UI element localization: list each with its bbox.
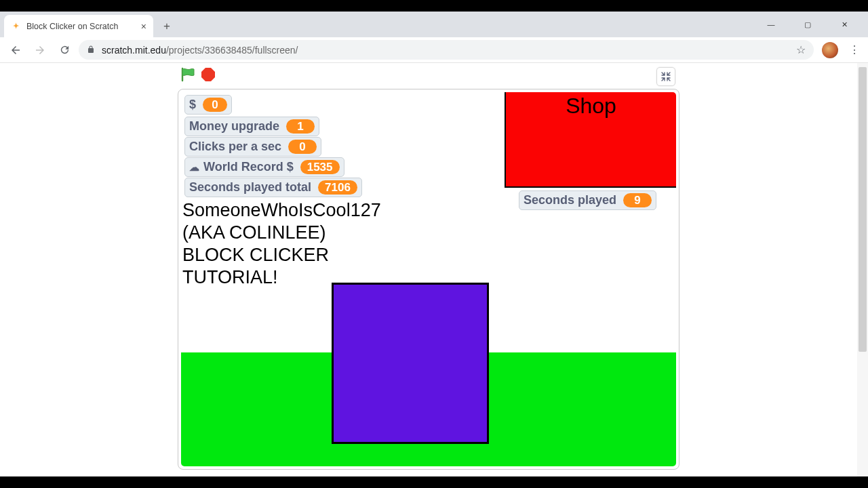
tab-title: Block Clicker on Scratch xyxy=(26,22,118,31)
exit-fullscreen-icon xyxy=(660,71,671,82)
forward-button[interactable] xyxy=(30,40,50,60)
arrow-right-icon xyxy=(34,44,46,56)
credits-line: TUTORIAL! xyxy=(182,266,381,289)
window-controls: — ▢ ✕ xyxy=(747,12,868,37)
green-flag-icon[interactable] xyxy=(180,66,196,83)
close-tab-icon[interactable]: × xyxy=(134,21,146,32)
bookmark-star-icon[interactable]: ☆ xyxy=(796,43,806,56)
monitor-value: 7106 xyxy=(318,180,357,195)
monitor-money-upgrade[interactable]: Money upgrade 1 xyxy=(184,117,319,136)
cloud-icon: ☁ xyxy=(189,161,199,174)
scratch-player-controls xyxy=(180,66,215,83)
profile-avatar[interactable] xyxy=(822,42,838,58)
monitor-label: Seconds played total xyxy=(189,180,311,195)
monitor-value: 0 xyxy=(203,98,227,112)
shop-panel[interactable]: Shop xyxy=(505,92,676,188)
address-bar[interactable]: scratch.mit.edu/projects/336638485/fulls… xyxy=(79,40,814,60)
credits-line: SomeoneWhoIsCool127 xyxy=(182,199,381,222)
reload-button[interactable] xyxy=(54,40,75,60)
stop-icon[interactable] xyxy=(201,68,215,81)
browser-toolbar: scratch.mit.edu/projects/336638485/fulls… xyxy=(0,37,868,63)
monitor-value: 1535 xyxy=(300,160,340,174)
kebab-menu-icon[interactable]: ⋮ xyxy=(846,43,863,56)
scrollbar-thumb[interactable] xyxy=(859,67,867,352)
monitor-value: 1 xyxy=(286,119,315,134)
monitor-label: Money upgrade xyxy=(189,119,279,134)
credits-line: (AKA COLINLEE) xyxy=(182,222,381,244)
reload-icon xyxy=(59,44,71,56)
scrollbar[interactable] xyxy=(857,63,868,476)
scratch-stage[interactable]: Shop $ 0 Money upgrade 1 Clicks per a se… xyxy=(181,92,676,466)
monitor-seconds-total[interactable]: Seconds played total 7106 xyxy=(184,178,362,197)
scratch-stage-frame: Shop $ 0 Money upgrade 1 Clicks per a se… xyxy=(178,89,679,470)
monitor-clicks-per-sec[interactable]: Clicks per a sec 0 xyxy=(184,137,321,157)
tab-active[interactable]: ✦ Block Clicker on Scratch × xyxy=(4,15,153,37)
clicker-block[interactable] xyxy=(332,283,489,444)
tutorial-credits: SomeoneWhoIsCool127 (AKA COLINLEE) BLOCK… xyxy=(182,199,381,289)
credits-line: BLOCK CLICKER xyxy=(182,244,381,266)
exit-fullscreen-button[interactable] xyxy=(656,67,675,86)
scratch-favicon: ✦ xyxy=(11,21,21,31)
close-window-icon[interactable]: ✕ xyxy=(834,20,854,29)
back-button[interactable] xyxy=(5,40,26,60)
url-text: scratch.mit.edu/projects/336638485/fulls… xyxy=(102,45,298,56)
lock-icon xyxy=(87,45,95,56)
monitor-label: World Record $ xyxy=(203,160,294,174)
minimize-icon[interactable]: — xyxy=(761,20,781,28)
monitor-money[interactable]: $ 0 xyxy=(184,95,232,115)
monitor-label: Clicks per a sec xyxy=(189,140,281,154)
page-content: Shop $ 0 Money upgrade 1 Clicks per a se… xyxy=(0,63,868,476)
shop-title: Shop xyxy=(566,94,616,186)
tab-bar: ✦ Block Clicker on Scratch × + — ▢ ✕ xyxy=(0,12,868,37)
monitor-world-record[interactable]: ☁ World Record $ 1535 xyxy=(184,157,344,177)
new-tab-button[interactable]: + xyxy=(157,17,176,36)
maximize-icon[interactable]: ▢ xyxy=(797,20,818,29)
arrow-left-icon xyxy=(9,44,22,56)
monitor-label: Seconds played xyxy=(524,193,616,207)
monitor-value: 9 xyxy=(623,193,652,207)
monitor-value: 0 xyxy=(288,140,317,154)
monitor-label: $ xyxy=(189,98,196,112)
monitor-seconds-played[interactable]: Seconds played 9 xyxy=(519,190,656,210)
